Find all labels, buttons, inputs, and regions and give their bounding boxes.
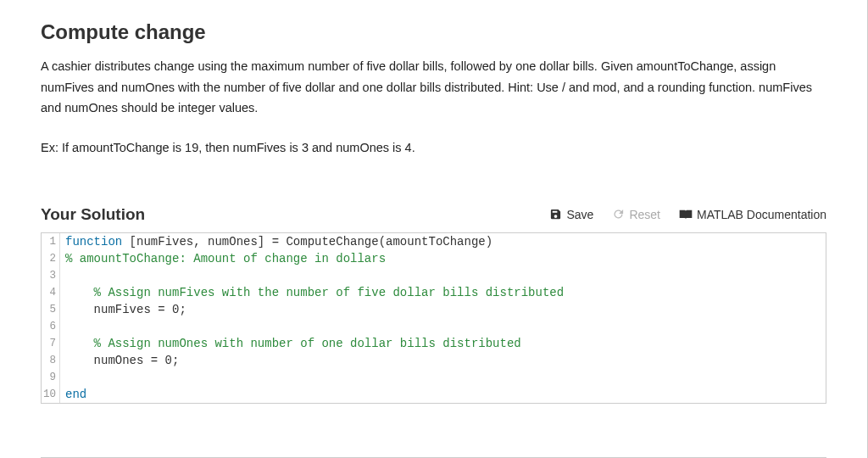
reset-icon bbox=[612, 208, 625, 221]
example-text: Ex: If amountToChange is 19, then numFiv… bbox=[41, 141, 826, 154]
page-title: Compute change bbox=[41, 20, 826, 44]
code-text[interactable]: % Assign numOnes with number of one doll… bbox=[60, 335, 521, 352]
code-line[interactable]: 7 % Assign numOnes with number of one do… bbox=[42, 335, 826, 352]
code-text[interactable]: % Assign numFives with the number of fiv… bbox=[60, 284, 564, 301]
code-text[interactable] bbox=[60, 369, 72, 386]
code-text[interactable]: numOnes = 0; bbox=[60, 352, 179, 369]
code-editor[interactable]: 1function [numFives, numOnes] = ComputeC… bbox=[41, 232, 826, 404]
code-line[interactable]: 8 numOnes = 0; bbox=[42, 352, 826, 369]
line-number: 9 bbox=[42, 369, 60, 386]
code-line[interactable]: 10end bbox=[42, 386, 826, 403]
code-text[interactable]: numFives = 0; bbox=[60, 301, 186, 318]
line-number: 2 bbox=[42, 250, 60, 267]
code-text[interactable] bbox=[60, 267, 72, 284]
code-text[interactable]: function [numFives, numOnes] = ComputeCh… bbox=[60, 233, 492, 250]
line-number: 4 bbox=[42, 284, 60, 301]
save-button[interactable]: Save bbox=[549, 208, 593, 221]
code-line[interactable]: 9 bbox=[42, 369, 826, 386]
code-line[interactable]: 3 bbox=[42, 267, 826, 284]
code-line[interactable]: 6 bbox=[42, 318, 826, 335]
line-number: 3 bbox=[42, 267, 60, 284]
line-number: 8 bbox=[42, 352, 60, 369]
reset-button[interactable]: Reset bbox=[612, 208, 660, 221]
code-text[interactable]: end bbox=[60, 386, 86, 403]
save-label: Save bbox=[566, 208, 593, 221]
book-icon bbox=[679, 209, 693, 221]
line-number: 6 bbox=[42, 318, 60, 335]
line-number: 1 bbox=[42, 233, 60, 250]
code-line[interactable]: 2% amountToChange: Amount of change in d… bbox=[42, 250, 826, 267]
description-text: A cashier distributes change using the m… bbox=[41, 56, 826, 119]
line-number: 10 bbox=[42, 386, 60, 403]
exercise-panel: Compute change A cashier distributes cha… bbox=[0, 0, 868, 458]
docs-link[interactable]: MATLAB Documentation bbox=[679, 208, 826, 221]
code-text[interactable] bbox=[60, 318, 72, 335]
code-line[interactable]: 4 % Assign numFives with the number of f… bbox=[42, 284, 826, 301]
solution-heading: Your Solution bbox=[41, 205, 549, 224]
solution-header: Your Solution Save Reset MATLAB Document… bbox=[41, 205, 826, 224]
action-bar: Save Reset MATLAB Documentation bbox=[549, 208, 826, 221]
code-line[interactable]: 1function [numFives, numOnes] = ComputeC… bbox=[42, 233, 826, 250]
line-number: 7 bbox=[42, 335, 60, 352]
docs-label: MATLAB Documentation bbox=[697, 208, 826, 221]
save-icon bbox=[549, 208, 562, 221]
code-text[interactable]: % amountToChange: Amount of change in do… bbox=[60, 250, 386, 267]
reset-label: Reset bbox=[629, 208, 660, 221]
code-line[interactable]: 5 numFives = 0; bbox=[42, 301, 826, 318]
line-number: 5 bbox=[42, 301, 60, 318]
